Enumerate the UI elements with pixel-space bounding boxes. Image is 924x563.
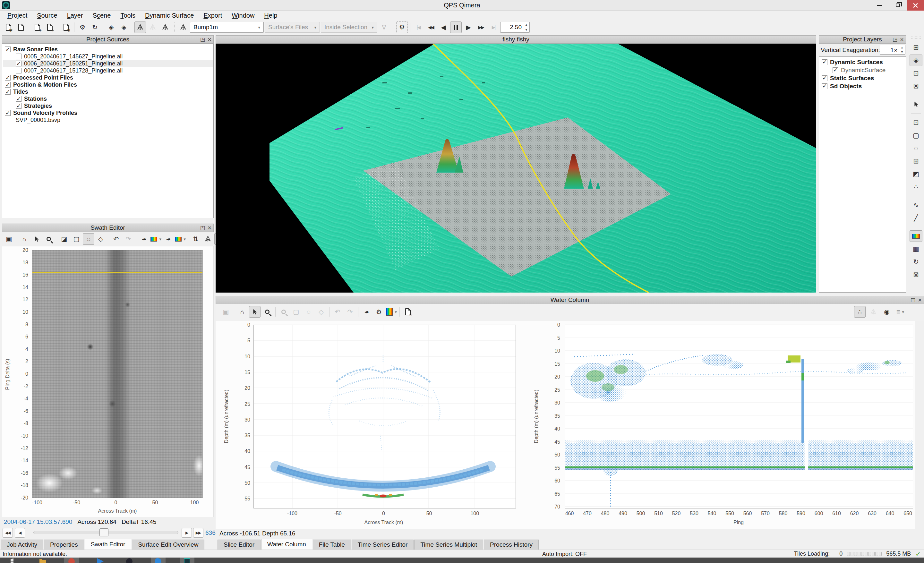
checkbox[interactable]: ✓ [5, 82, 10, 88]
tab-time-series-editor[interactable]: Time Series Editor [352, 540, 414, 550]
checkbox[interactable] [16, 68, 21, 73]
pause-button[interactable] [450, 21, 462, 33]
redo-icon[interactable]: ↷ [344, 306, 356, 317]
spline-select-icon[interactable]: ∴ [910, 181, 922, 193]
swath-editor-toggle-icon[interactable] [134, 21, 146, 33]
plot-divider[interactable] [525, 321, 525, 529]
zoom-icon[interactable] [261, 306, 273, 317]
points-display-icon[interactable]: ∴ [854, 306, 866, 317]
menu-help[interactable]: Help [259, 11, 282, 20]
checkbox[interactable]: ✓ [5, 110, 10, 116]
bounding-box-icon[interactable]: ⊠ [910, 269, 922, 280]
select-lasso-icon[interactable]: ◌ [303, 306, 314, 317]
rewind-button[interactable]: ◀◀ [425, 21, 436, 33]
checkbox[interactable]: ✓ [5, 75, 10, 81]
close-panel-icon[interactable]: × [918, 297, 922, 303]
checkbox[interactable]: ✓ [822, 59, 827, 65]
plane-edit-icon[interactable]: ◩ [910, 168, 922, 180]
water-column-header[interactable]: Water Column ◳× [216, 296, 924, 304]
tree-item[interactable]: ✓Strategies [3, 102, 213, 109]
menu-dynamic-surface[interactable]: Dynamic Surface [140, 11, 199, 20]
ping-forward-button[interactable]: ▶ [182, 528, 192, 538]
tree-item[interactable]: ✓Processed Point Files [3, 74, 213, 81]
taskbar-app-5[interactable] [180, 557, 194, 563]
update-dynamic-surface-icon[interactable]: ◈ [105, 21, 117, 33]
float-panel-icon[interactable]: ◳ [200, 37, 205, 42]
colormap-icon[interactable] [910, 230, 922, 242]
skip-start-button[interactable]: |◀ [412, 21, 424, 33]
tab-swath-editor[interactable]: Swath Editor [85, 539, 132, 550]
tab-file-table[interactable]: File Table [313, 540, 351, 550]
checkbox[interactable]: ✓ [16, 96, 21, 102]
lasso-select-icon[interactable]: ◌ [910, 142, 922, 154]
taskbar-app-2[interactable] [93, 557, 108, 563]
surface-view-icon[interactable]: ◈ [910, 54, 922, 66]
project-sources-header[interactable]: Project Sources ◳× [2, 35, 214, 43]
ping-fast-forward-button[interactable]: ▶▶ [193, 528, 203, 538]
reject-selection-icon[interactable]: ▾ [174, 233, 186, 245]
files-combo[interactable]: Surface's Files▾ [265, 22, 320, 33]
add-raw-sonar-files-icon[interactable]: + [32, 21, 43, 33]
checkbox[interactable]: ✓ [16, 103, 21, 109]
tab-slice-editor[interactable]: Slice Editor [218, 540, 261, 550]
home-icon[interactable]: ⌂ [237, 306, 248, 317]
taskbar-app-1[interactable] [64, 557, 79, 563]
swath-editor-header[interactable]: Swath Editor ◳× [2, 224, 214, 232]
home-icon[interactable]: ⌂ [19, 233, 30, 245]
ruler-icon[interactable]: ╱ [910, 212, 922, 224]
restore-button[interactable] [889, 0, 907, 10]
tree-item[interactable]: ✓Position & Motion Files [3, 81, 213, 88]
water-column-ping-plot-canvas[interactable] [565, 325, 913, 509]
pick-point-icon[interactable]: ◂● [361, 306, 372, 317]
tab-surface-edit-overview[interactable]: Surface Edit Overview [132, 540, 204, 550]
menu-source[interactable]: Source [32, 11, 62, 20]
surface-combo[interactable]: Bump1m▾ [190, 22, 264, 33]
new-project-icon[interactable]: ✱ [3, 21, 14, 33]
checkbox[interactable]: ✓ [822, 75, 827, 81]
view-options-icon[interactable]: ≡▾ [894, 306, 906, 317]
tree-item[interactable]: ✓Dynamic Surfaces [820, 58, 905, 66]
scene-view-header[interactable]: fishy fishy [216, 35, 816, 43]
checkbox[interactable]: ✓ [832, 67, 838, 73]
reload-source-files-icon[interactable]: ↻ [60, 21, 72, 33]
zoom-icon[interactable] [43, 233, 54, 245]
tree-item[interactable]: SVP_00001.bsvp [3, 117, 213, 123]
menu-layer[interactable]: Layer [62, 11, 88, 20]
plot-divider[interactable] [915, 321, 915, 529]
export-fan-icon[interactable]: ≋ [402, 306, 414, 317]
profile-icon[interactable]: ∿ [910, 199, 922, 211]
wc-settings-icon[interactable]: ⚙ [373, 306, 385, 317]
filter-selection-icon[interactable]: ∇ [378, 21, 390, 33]
tree-item[interactable]: ✓Tides [3, 88, 213, 95]
zoom-region-icon[interactable] [278, 306, 290, 317]
select-arrow-icon[interactable] [910, 99, 922, 110]
selection-combo[interactable]: Inside Selection▾ [321, 22, 377, 33]
checkbox[interactable]: ✓ [5, 46, 10, 52]
close-panel-icon[interactable]: × [900, 36, 904, 43]
accept-points-icon[interactable]: ◂● [138, 233, 150, 245]
water-column-toggle-icon[interactable] [159, 21, 171, 33]
reject-rectangle-icon[interactable]: ▢ [70, 233, 82, 245]
select-cursor-icon[interactable] [31, 233, 42, 245]
slice-editor-toggle-icon[interactable] [147, 21, 159, 33]
fast-forward-button[interactable]: ▶▶ [475, 21, 487, 33]
ping-slider-handle[interactable] [99, 529, 108, 536]
save-image-icon[interactable]: ▣ [220, 306, 232, 317]
grid-view-icon[interactable]: ⊞ [910, 42, 922, 53]
minimize-button[interactable] [871, 0, 889, 10]
tree-item[interactable]: ✓DynamicSurface [820, 66, 905, 74]
float-panel-icon[interactable]: ◳ [892, 37, 897, 42]
undo-icon[interactable]: ↶ [110, 233, 122, 245]
tab-job-activity[interactable]: Job Activity [1, 540, 44, 550]
tree-item[interactable]: 0005_20040617_145627_Pingeline.all [3, 53, 213, 60]
taskbar-app-3[interactable] [122, 557, 136, 563]
step-back-button[interactable]: ◀ [438, 21, 449, 33]
close-panel-icon[interactable]: × [208, 225, 212, 231]
skip-end-button[interactable]: ▶| [488, 21, 499, 33]
eraser-icon[interactable]: ◪ [58, 233, 70, 245]
reject-points-icon[interactable]: ◂● [162, 233, 174, 245]
tree-item[interactable]: ✓Sd Objects [820, 82, 905, 90]
add-processed-point-files-icon[interactable]: + [44, 21, 56, 33]
reprocess-icon[interactable]: ↻ [89, 21, 101, 33]
menu-window[interactable]: Window [227, 11, 259, 20]
